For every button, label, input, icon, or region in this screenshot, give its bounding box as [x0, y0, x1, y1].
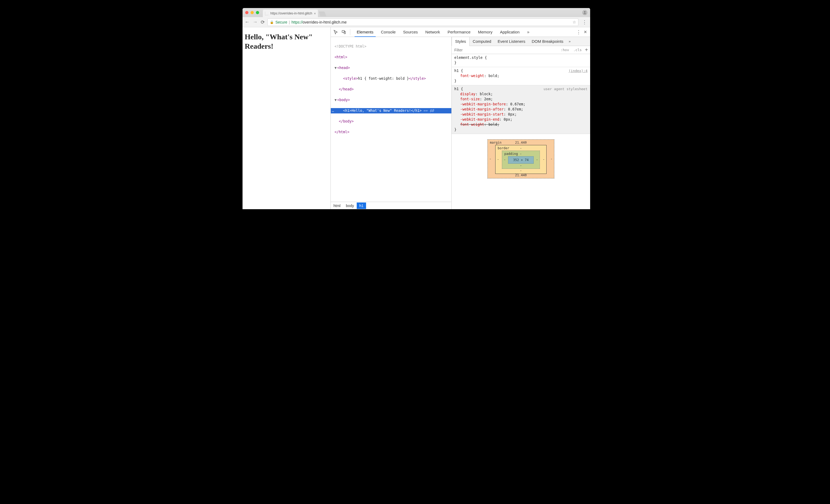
- zoom-window-button[interactable]: [256, 11, 259, 14]
- tab-title: https://overrides-in-html.glitch: [270, 11, 312, 15]
- styles-tab-styles[interactable]: Styles: [452, 37, 470, 46]
- dom-node[interactable]: </html>: [331, 129, 451, 135]
- secure-label: Secure: [276, 20, 287, 24]
- address-bar[interactable]: 🔒 Secure | https://overrides-in-html.gli…: [267, 19, 578, 26]
- css-declaration[interactable]: font-weight: bold;: [454, 73, 587, 78]
- window-titlebar: https://overrides-in-html.glitch ×: [243, 8, 590, 17]
- cls-toggle[interactable]: .cls: [572, 48, 583, 52]
- url-text: https://overrides-in-html.glitch.me: [291, 20, 347, 24]
- style-rules: element.style { } (index):4 h1 { font-we…: [452, 54, 590, 134]
- dom-node[interactable]: </head>: [331, 87, 451, 92]
- minimize-window-button[interactable]: [251, 11, 254, 14]
- dom-tree[interactable]: <!DOCTYPE html> <html> ▼<head> <style>h1…: [331, 37, 451, 202]
- style-rule-author[interactable]: (index):4 h1 { font-weight: bold;}: [452, 67, 590, 85]
- box-model-margin[interactable]: margin 21.440 - - border - - -: [487, 139, 554, 179]
- back-button[interactable]: ←: [245, 19, 250, 25]
- style-rule-user-agent[interactable]: user agent stylesheet h1 { display: bloc…: [452, 85, 590, 134]
- device-toolbar-icon[interactable]: [341, 29, 347, 36]
- style-source-label: user agent stylesheet: [544, 86, 587, 92]
- devtools-tab-sources[interactable]: Sources: [400, 27, 422, 37]
- devtools-menu-button[interactable]: ⋮: [576, 29, 581, 35]
- new-style-rule-button[interactable]: +: [585, 47, 588, 53]
- devtools-tab-console[interactable]: Console: [377, 27, 400, 37]
- browser-window: https://overrides-in-html.glitch × ← → ⟳…: [243, 8, 590, 209]
- dom-node[interactable]: </body>: [331, 119, 451, 124]
- css-declaration[interactable]: font-weight: bold;: [454, 122, 587, 127]
- svg-point-0: [584, 11, 585, 12]
- lock-icon: 🔒: [270, 20, 274, 24]
- css-declaration[interactable]: -webkit-margin-start: 0px;: [454, 112, 587, 117]
- dom-node-selected[interactable]: …<h1>Hello, "What's New" Readers!</h1>==…: [331, 108, 451, 114]
- hov-toggle[interactable]: :hov: [560, 48, 570, 52]
- profile-avatar-icon[interactable]: [582, 10, 587, 15]
- bookmark-star-icon[interactable]: ☆: [573, 20, 576, 25]
- box-model-border[interactable]: border - - - padding - - - 352: [495, 145, 547, 174]
- css-declaration[interactable]: -webkit-margin-before: 0.67em;: [454, 102, 587, 107]
- styles-filter-input[interactable]: [454, 48, 557, 53]
- devtools-more-tabs-icon[interactable]: »: [525, 30, 531, 34]
- styles-more-tabs-icon[interactable]: »: [567, 39, 573, 43]
- browser-tab[interactable]: https://overrides-in-html.glitch ×: [263, 10, 318, 17]
- dom-node[interactable]: ▼<body>: [331, 97, 451, 103]
- css-declaration[interactable]: -webkit-margin-after: 0.67em;: [454, 107, 587, 112]
- devtools-tab-elements[interactable]: Elements: [353, 27, 377, 37]
- expand-ellipsis-icon[interactable]: …: [331, 108, 335, 114]
- css-declaration[interactable]: display: block;: [454, 92, 587, 97]
- dom-breadcrumbs: htmlbodyh1: [331, 202, 451, 209]
- css-declaration[interactable]: font-size: 2em;: [454, 97, 587, 102]
- forward-button[interactable]: →: [253, 19, 257, 25]
- styles-panel: StylesComputedEvent ListenersDOM Breakpo…: [452, 37, 590, 209]
- devtools-tab-performance[interactable]: Performance: [444, 27, 474, 37]
- rendered-page: Hello, "What's New" Readers!: [243, 27, 331, 209]
- browser-menu-button[interactable]: ⋮: [581, 19, 588, 25]
- dom-node[interactable]: <style>h1 { font-weight: bold }</style>: [331, 76, 451, 81]
- styles-tab-event-listeners[interactable]: Event Listeners: [494, 37, 529, 46]
- window-controls: [245, 11, 259, 14]
- styles-tab-dom-breakpoints[interactable]: DOM Breakpoints: [529, 37, 566, 46]
- devtools-panel: ElementsConsoleSourcesNetworkPerformance…: [331, 27, 590, 209]
- box-model-diagram: margin 21.440 - - border - - -: [452, 134, 590, 181]
- devtools-close-button[interactable]: ×: [584, 29, 587, 35]
- breadcrumb-h1[interactable]: h1: [357, 202, 366, 209]
- box-model-padding[interactable]: padding - - - 352 × 74 -: [502, 151, 540, 169]
- styles-tab-computed[interactable]: Computed: [470, 37, 494, 46]
- tab-close-button[interactable]: ×: [314, 11, 316, 15]
- reload-button[interactable]: ⟳: [261, 19, 265, 25]
- devtools-tab-application[interactable]: Application: [496, 27, 523, 37]
- page-favicon-icon: [265, 11, 269, 15]
- style-source-link[interactable]: (index):4: [569, 68, 587, 73]
- styles-tabs: StylesComputedEvent ListenersDOM Breakpo…: [452, 37, 590, 46]
- inspect-element-icon[interactable]: [332, 29, 339, 36]
- breadcrumb-body[interactable]: body: [343, 202, 356, 209]
- page-heading: Hello, "What's New" Readers!: [245, 32, 328, 51]
- browser-toolbar: ← → ⟳ 🔒 Secure | https://overrides-in-ht…: [243, 17, 590, 27]
- devtools-tab-network[interactable]: Network: [422, 27, 444, 37]
- elements-panel: <!DOCTYPE html> <html> ▼<head> <style>h1…: [331, 37, 452, 209]
- styles-filter-bar: :hov .cls +: [452, 46, 590, 54]
- dom-node[interactable]: <html>: [331, 55, 451, 60]
- devtools-tab-memory[interactable]: Memory: [474, 27, 496, 37]
- dom-node[interactable]: ▼<head>: [331, 65, 451, 71]
- style-rule-element[interactable]: element.style { }: [452, 54, 590, 67]
- box-model-content[interactable]: 352 × 74: [508, 156, 534, 164]
- new-tab-button[interactable]: [319, 11, 326, 16]
- dom-doctype[interactable]: <!DOCTYPE html>: [331, 44, 451, 49]
- css-declaration[interactable]: -webkit-margin-end: 0px;: [454, 117, 587, 122]
- close-window-button[interactable]: [245, 11, 248, 14]
- breadcrumb-html[interactable]: html: [331, 202, 343, 209]
- devtools-toolbar: ElementsConsoleSourcesNetworkPerformance…: [331, 27, 590, 37]
